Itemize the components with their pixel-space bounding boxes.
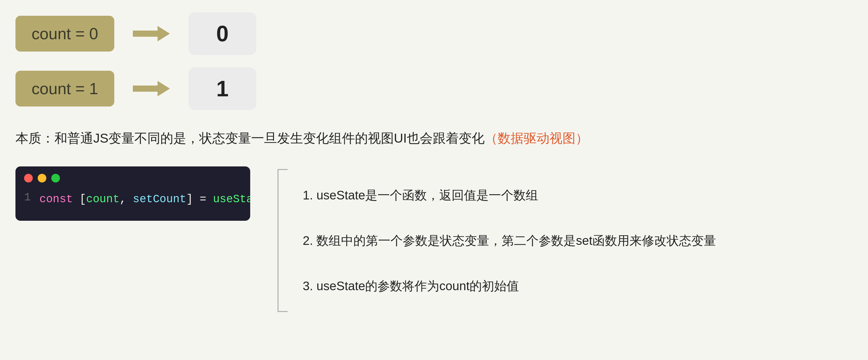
arrow-1 xyxy=(133,79,170,98)
code-block: 1 const [count, setCount] = useState(0) xyxy=(16,166,250,221)
code-const: const xyxy=(39,193,73,206)
bottom-section: 1 const [count, setCount] = useState(0) … xyxy=(16,166,852,315)
code-setcount-var: setCount xyxy=(133,193,186,206)
line-number: 1 xyxy=(24,191,31,204)
annotation-item-3: 3. useState的参数将作为count的初始值 xyxy=(303,267,716,304)
code-bracket-open: [ xyxy=(80,193,86,206)
row-count-1: count = 1 1 xyxy=(16,67,852,110)
code-equals: = xyxy=(199,193,213,206)
row-count-0: count = 0 0 xyxy=(16,12,852,55)
code-line: const [count, setCount] = useState(0) xyxy=(39,191,250,208)
description-highlight: （数据驱动视图） xyxy=(485,131,588,145)
code-usestate-fn: useState xyxy=(213,193,250,206)
svg-marker-0 xyxy=(133,26,170,41)
code-comma: , xyxy=(120,193,126,206)
state-demo-section: count = 0 0 count = 1 1 xyxy=(16,12,852,110)
annotation-item-2: 2. 数组中的第一个参数是状态变量，第二个参数是set函数用来修改状态变量 xyxy=(303,222,716,259)
description-main: 本质：和普通JS变量不同的是，状态变量一旦发生变化组件的视图UI也会跟着变化 xyxy=(16,131,485,145)
annotation-area: 1. useState是一个函数，返回值是一个数组 2. 数组中的第一个参数是状… xyxy=(275,166,716,315)
code-bracket-close: ] xyxy=(186,193,193,206)
code-count-var: count xyxy=(86,193,120,206)
code-titlebar xyxy=(16,166,250,188)
count-1-label: count = 1 xyxy=(16,71,114,106)
annotation-list: 1. useState是一个函数，返回值是一个数组 2. 数组中的第一个参数是状… xyxy=(303,166,716,315)
value-1-box: 1 xyxy=(188,67,256,110)
red-dot xyxy=(24,174,33,183)
svg-marker-1 xyxy=(133,81,170,96)
green-dot xyxy=(51,174,60,183)
description-text: 本质：和普通JS变量不同的是，状态变量一旦发生变化组件的视图UI也会跟着变化（数… xyxy=(16,128,852,148)
bracket-line xyxy=(275,166,290,315)
yellow-dot xyxy=(38,174,46,183)
code-body: 1 const [count, setCount] = useState(0) xyxy=(16,188,250,221)
arrow-0 xyxy=(133,24,170,43)
count-0-label: count = 0 xyxy=(16,16,114,52)
annotation-item-1: 1. useState是一个函数，返回值是一个数组 xyxy=(303,176,716,214)
value-0-box: 0 xyxy=(188,12,256,55)
